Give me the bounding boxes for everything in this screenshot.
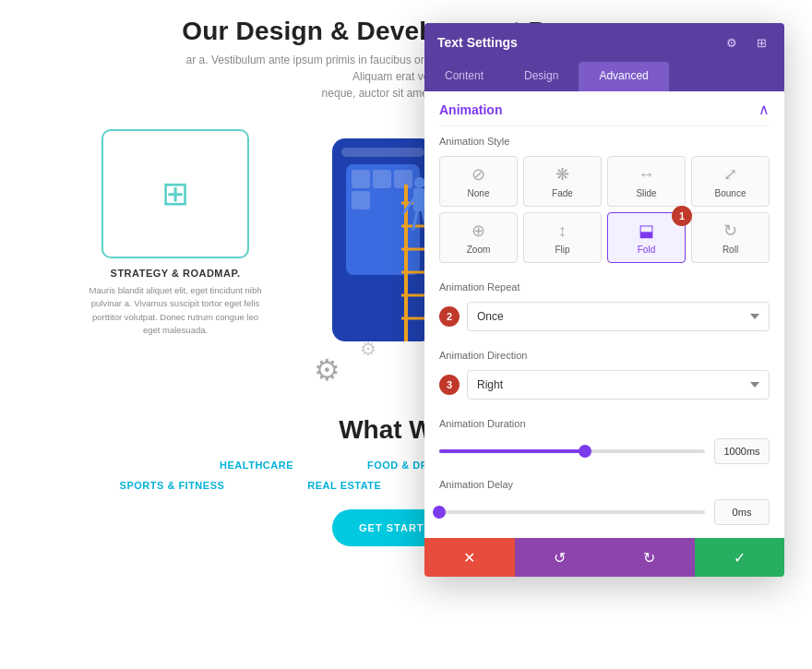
animation-repeat-row: 2 Once Loop Infinite (424, 298, 784, 340)
duration-value: 1000ms (714, 438, 770, 464)
panel-header: Text Settings ⚙ ⊞ (424, 23, 784, 62)
tag-healthcare: HEALTHCARE (220, 460, 293, 471)
slide-label: Slide (636, 188, 656, 198)
animation-section-header: Animation ∧ (424, 91, 784, 125)
card-strategy: ⊞ STRATEGY & ROADMAP. Mauris blandit ali… (83, 129, 268, 406)
animation-delay-row: 0ms (424, 496, 784, 531)
anim-roll[interactable]: ↻ Roll (691, 212, 770, 263)
gear-icon: ⚙ (314, 352, 340, 388)
animation-duration-label: Animation Duration (424, 409, 784, 435)
redo-button[interactable]: ↻ (604, 538, 695, 577)
panel-tabs: Content Design Advanced (424, 62, 784, 91)
duration-slider-fill (439, 449, 585, 453)
panel-footer: ✕ ↺ ↻ ✓ (424, 538, 784, 577)
animation-direction-select[interactable]: Right Left Top Bottom (467, 370, 770, 400)
anim-fade[interactable]: ❋ Fade (523, 156, 602, 207)
tag-real-estate: REAL ESTATE (307, 480, 381, 491)
text-settings-panel: Text Settings ⚙ ⊞ Content Design Advance… (424, 23, 784, 577)
animation-repeat-label: Animation Repeat (424, 272, 784, 298)
anim-fold[interactable]: ⬓ Fold 1 (607, 212, 686, 263)
anim-slide[interactable]: ↔ Slide (607, 156, 686, 207)
card-box-strategy: ⊞ (102, 129, 249, 258)
animation-repeat-select[interactable]: Once Loop Infinite (467, 302, 770, 331)
card-text-strategy: Mauris blandit aliquet elit, eget tincid… (83, 284, 268, 337)
app-icon (352, 191, 370, 209)
bounce-icon: ⤢ (723, 164, 737, 185)
duration-slider-thumb[interactable] (579, 445, 591, 458)
fold-icon: ⬓ (639, 221, 654, 241)
fade-label: Fade (552, 188, 573, 198)
panel-body: Animation ∧ Animation Style ⊘ None ❋ Fad… (424, 91, 784, 538)
anim-bounce[interactable]: ⤢ Bounce (691, 156, 770, 207)
animation-style-grid: ⊘ None ❋ Fade ↔ Slide ⤢ Bounce ⊕ Zoom ↕ … (424, 152, 784, 272)
badge-2: 2 (439, 306, 460, 327)
animation-delay-label: Animation Delay (424, 470, 784, 496)
tab-content[interactable]: Content (424, 62, 504, 91)
delay-slider-track[interactable] (439, 510, 705, 514)
animation-direction-label: Animation Direction (424, 340, 784, 366)
panel-settings-icon[interactable]: ⚙ (722, 32, 742, 53)
tab-advanced[interactable]: Advanced (579, 62, 668, 91)
fold-label: Fold (638, 245, 655, 255)
duration-slider-track[interactable] (439, 449, 705, 453)
bounce-label: Bounce (715, 188, 746, 198)
tag-sports: SPORTS & FITNESS (120, 480, 225, 491)
fade-icon: ❋ (555, 164, 569, 185)
cancel-button[interactable]: ✕ (424, 538, 515, 577)
section-chevron-icon[interactable]: ∧ (758, 101, 770, 118)
delay-value: 0ms (714, 499, 770, 525)
panel-header-icons: ⚙ ⊞ (722, 32, 771, 53)
badge-1: 1 (672, 206, 692, 226)
tab-design[interactable]: Design (504, 62, 579, 91)
delay-slider-thumb[interactable] (433, 506, 446, 519)
none-icon: ⊘ (472, 164, 485, 185)
slide-icon: ↔ (639, 165, 655, 185)
animation-style-label: Animation Style (424, 126, 784, 152)
flip-label: Flip (555, 245, 569, 255)
strategy-icon: ⊞ (161, 174, 189, 213)
animation-section-title: Animation (439, 102, 502, 117)
gear-icon-small: ⚙ (360, 338, 376, 360)
animation-direction-row: 3 Right Left Top Bottom (424, 366, 784, 409)
card-title-strategy: STRATEGY & ROADMAP. (111, 268, 241, 279)
anim-flip[interactable]: ↕ Flip (523, 212, 602, 263)
phone-notch (341, 148, 424, 157)
confirm-button[interactable]: ✓ (695, 538, 785, 577)
anim-none[interactable]: ⊘ None (439, 156, 518, 207)
flip-icon: ↕ (558, 221, 567, 241)
roll-label: Roll (722, 245, 738, 255)
badge-3: 3 (439, 375, 460, 395)
zoom-icon: ⊕ (472, 221, 485, 241)
zoom-label: Zoom (467, 245, 491, 255)
panel-expand-icon[interactable]: ⊞ (751, 32, 771, 53)
roll-icon: ↻ (723, 221, 737, 241)
panel-title: Text Settings (437, 35, 518, 50)
app-icon (352, 170, 370, 188)
animation-duration-row: 1000ms (424, 435, 784, 470)
anim-zoom[interactable]: ⊕ Zoom (439, 212, 518, 263)
none-label: None (468, 188, 490, 198)
app-icon (373, 170, 391, 188)
animation-intensity-label: Animation Intensity (424, 531, 784, 538)
undo-button[interactable]: ↺ (515, 538, 605, 577)
